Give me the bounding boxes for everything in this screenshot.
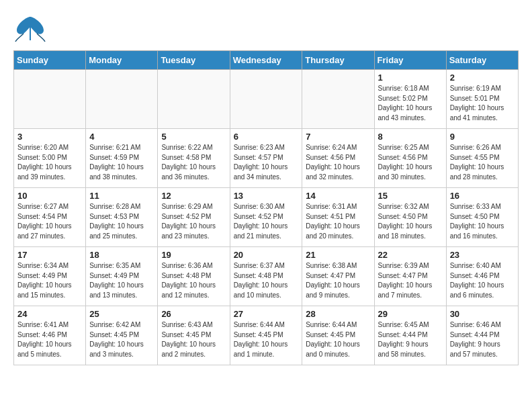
day-info: Sunrise: 6:23 AM Sunset: 4:57 PM Dayligh…: [234, 143, 299, 182]
day-header-monday: Monday: [86, 51, 158, 70]
calendar-cell: 19Sunrise: 6:36 AM Sunset: 4:48 PM Dayli…: [158, 247, 230, 306]
calendar-cell: 15Sunrise: 6:32 AM Sunset: 4:50 PM Dayli…: [374, 188, 446, 247]
calendar-cell: 3Sunrise: 6:20 AM Sunset: 5:00 PM Daylig…: [14, 129, 86, 188]
day-info: Sunrise: 6:29 AM Sunset: 4:52 PM Dayligh…: [161, 202, 226, 241]
calendar-cell: [158, 70, 230, 129]
calendar-cell: 24Sunrise: 6:41 AM Sunset: 4:46 PM Dayli…: [14, 306, 86, 365]
day-number: 12: [161, 191, 226, 201]
day-info: Sunrise: 6:43 AM Sunset: 4:45 PM Dayligh…: [161, 320, 226, 359]
day-header-friday: Friday: [374, 51, 446, 70]
calendar-week-row: 24Sunrise: 6:41 AM Sunset: 4:46 PM Dayli…: [14, 306, 519, 365]
calendar-cell: 2Sunrise: 6:19 AM Sunset: 5:01 PM Daylig…: [446, 70, 518, 129]
day-info: Sunrise: 6:45 AM Sunset: 4:44 PM Dayligh…: [378, 320, 443, 359]
day-number: 9: [450, 132, 515, 142]
day-header-thursday: Thursday: [302, 51, 374, 70]
calendar-cell: 14Sunrise: 6:31 AM Sunset: 4:51 PM Dayli…: [302, 188, 374, 247]
day-number: 3: [17, 132, 82, 142]
day-info: Sunrise: 6:36 AM Sunset: 4:48 PM Dayligh…: [161, 261, 226, 300]
calendar-week-row: 3Sunrise: 6:20 AM Sunset: 5:00 PM Daylig…: [14, 129, 519, 188]
logo: [13, 13, 50, 44]
calendar-cell: 13Sunrise: 6:30 AM Sunset: 4:52 PM Dayli…: [230, 188, 302, 247]
calendar-cell: 27Sunrise: 6:44 AM Sunset: 4:45 PM Dayli…: [230, 306, 302, 365]
day-info: Sunrise: 6:33 AM Sunset: 4:50 PM Dayligh…: [450, 202, 515, 241]
day-info: Sunrise: 6:40 AM Sunset: 4:46 PM Dayligh…: [450, 261, 515, 300]
day-info: Sunrise: 6:25 AM Sunset: 4:56 PM Dayligh…: [378, 143, 443, 182]
day-number: 26: [161, 309, 226, 319]
day-number: 7: [306, 132, 370, 142]
calendar-week-row: 17Sunrise: 6:34 AM Sunset: 4:49 PM Dayli…: [14, 247, 519, 306]
calendar-cell: 23Sunrise: 6:40 AM Sunset: 4:46 PM Dayli…: [446, 247, 518, 306]
day-number: 24: [17, 309, 82, 319]
day-info: Sunrise: 6:39 AM Sunset: 4:47 PM Dayligh…: [378, 261, 443, 300]
calendar-cell: 12Sunrise: 6:29 AM Sunset: 4:52 PM Dayli…: [158, 188, 230, 247]
calendar-cell: 28Sunrise: 6:44 AM Sunset: 4:45 PM Dayli…: [302, 306, 374, 365]
calendar-cell: [14, 70, 86, 129]
calendar-cell: 22Sunrise: 6:39 AM Sunset: 4:47 PM Dayli…: [374, 247, 446, 306]
calendar-cell: 16Sunrise: 6:33 AM Sunset: 4:50 PM Dayli…: [446, 188, 518, 247]
day-number: 6: [234, 132, 299, 142]
calendar-cell: 26Sunrise: 6:43 AM Sunset: 4:45 PM Dayli…: [158, 306, 230, 365]
calendar-week-row: 1Sunrise: 6:18 AM Sunset: 5:02 PM Daylig…: [14, 70, 519, 129]
day-info: Sunrise: 6:34 AM Sunset: 4:49 PM Dayligh…: [17, 261, 82, 300]
day-number: 22: [378, 250, 443, 260]
day-info: Sunrise: 6:35 AM Sunset: 4:49 PM Dayligh…: [89, 261, 154, 300]
day-header-sunday: Sunday: [14, 51, 86, 70]
calendar-cell: 5Sunrise: 6:22 AM Sunset: 4:58 PM Daylig…: [158, 129, 230, 188]
day-number: 28: [306, 309, 370, 319]
day-number: 15: [378, 191, 443, 201]
day-number: 30: [450, 309, 515, 319]
day-info: Sunrise: 6:22 AM Sunset: 4:58 PM Dayligh…: [161, 143, 226, 182]
calendar-cell: 17Sunrise: 6:34 AM Sunset: 4:49 PM Dayli…: [14, 247, 86, 306]
day-number: 23: [450, 250, 515, 260]
day-info: Sunrise: 6:30 AM Sunset: 4:52 PM Dayligh…: [234, 202, 299, 241]
day-info: Sunrise: 6:27 AM Sunset: 4:54 PM Dayligh…: [17, 202, 82, 241]
day-header-wednesday: Wednesday: [230, 51, 302, 70]
day-number: 2: [450, 73, 515, 83]
calendar-table: SundayMondayTuesdayWednesdayThursdayFrid…: [13, 50, 519, 365]
calendar-cell: 29Sunrise: 6:45 AM Sunset: 4:44 PM Dayli…: [374, 306, 446, 365]
calendar-cell: 10Sunrise: 6:27 AM Sunset: 4:54 PM Dayli…: [14, 188, 86, 247]
calendar-header-row: SundayMondayTuesdayWednesdayThursdayFrid…: [14, 51, 519, 70]
day-info: Sunrise: 6:46 AM Sunset: 4:44 PM Dayligh…: [450, 320, 515, 359]
day-number: 13: [234, 191, 299, 201]
day-number: 4: [89, 132, 154, 142]
day-info: Sunrise: 6:38 AM Sunset: 4:47 PM Dayligh…: [306, 261, 370, 300]
day-info: Sunrise: 6:31 AM Sunset: 4:51 PM Dayligh…: [306, 202, 370, 241]
calendar-cell: 6Sunrise: 6:23 AM Sunset: 4:57 PM Daylig…: [230, 129, 302, 188]
calendar-cell: 21Sunrise: 6:38 AM Sunset: 4:47 PM Dayli…: [302, 247, 374, 306]
day-number: 18: [89, 250, 154, 260]
day-info: Sunrise: 6:32 AM Sunset: 4:50 PM Dayligh…: [378, 202, 443, 241]
day-info: Sunrise: 6:41 AM Sunset: 4:46 PM Dayligh…: [17, 320, 82, 359]
calendar-cell: 18Sunrise: 6:35 AM Sunset: 4:49 PM Dayli…: [86, 247, 158, 306]
calendar-cell: 20Sunrise: 6:37 AM Sunset: 4:48 PM Dayli…: [230, 247, 302, 306]
day-info: Sunrise: 6:42 AM Sunset: 4:45 PM Dayligh…: [89, 320, 154, 359]
day-number: 27: [234, 309, 299, 319]
day-number: 25: [89, 309, 154, 319]
day-number: 20: [234, 250, 299, 260]
day-number: 5: [161, 132, 226, 142]
calendar-cell: 25Sunrise: 6:42 AM Sunset: 4:45 PM Dayli…: [86, 306, 158, 365]
calendar-cell: 30Sunrise: 6:46 AM Sunset: 4:44 PM Dayli…: [446, 306, 518, 365]
day-info: Sunrise: 6:26 AM Sunset: 4:55 PM Dayligh…: [450, 143, 515, 182]
calendar-week-row: 10Sunrise: 6:27 AM Sunset: 4:54 PM Dayli…: [14, 188, 519, 247]
day-number: 19: [161, 250, 226, 260]
day-info: Sunrise: 6:24 AM Sunset: 4:56 PM Dayligh…: [306, 143, 370, 182]
calendar-cell: [86, 70, 158, 129]
calendar-cell: 1Sunrise: 6:18 AM Sunset: 5:02 PM Daylig…: [374, 70, 446, 129]
calendar-cell: 11Sunrise: 6:28 AM Sunset: 4:53 PM Dayli…: [86, 188, 158, 247]
calendar-cell: 4Sunrise: 6:21 AM Sunset: 4:59 PM Daylig…: [86, 129, 158, 188]
day-number: 11: [89, 191, 154, 201]
day-number: 14: [306, 191, 370, 201]
logo-bird-icon: [13, 13, 47, 44]
calendar-cell: 8Sunrise: 6:25 AM Sunset: 4:56 PM Daylig…: [374, 129, 446, 188]
calendar-cell: 7Sunrise: 6:24 AM Sunset: 4:56 PM Daylig…: [302, 129, 374, 188]
calendar-cell: [230, 70, 302, 129]
day-number: 16: [450, 191, 515, 201]
page-header: [13, 13, 519, 44]
day-header-tuesday: Tuesday: [158, 51, 230, 70]
day-info: Sunrise: 6:44 AM Sunset: 4:45 PM Dayligh…: [306, 320, 370, 359]
day-info: Sunrise: 6:18 AM Sunset: 5:02 PM Dayligh…: [378, 84, 443, 123]
day-number: 17: [17, 250, 82, 260]
calendar-cell: [302, 70, 374, 129]
calendar-cell: 9Sunrise: 6:26 AM Sunset: 4:55 PM Daylig…: [446, 129, 518, 188]
